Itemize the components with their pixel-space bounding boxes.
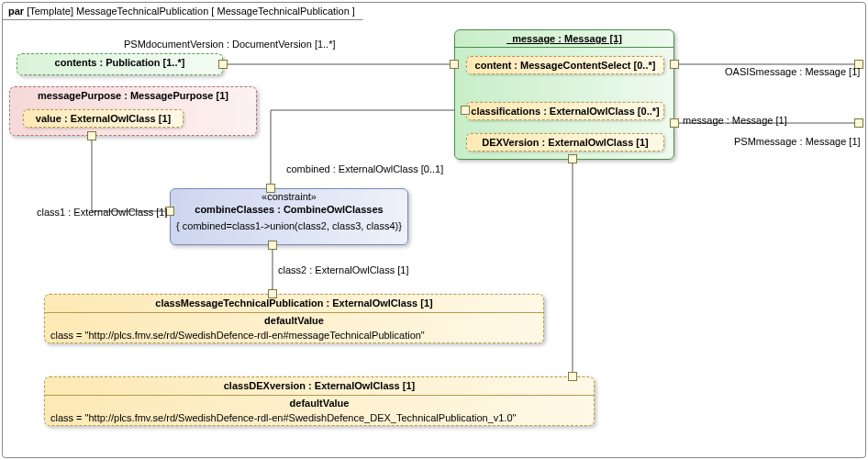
combine-title: combineClasses : CombineOwlClasses [171, 204, 407, 219]
message-classifications-port-left[interactable] [461, 106, 470, 115]
class-dex-dv: class = "http://plcs.fmv.se/rd/SwedishDe… [45, 410, 594, 425]
combine-body: { combined=class1->union(class2, class3,… [171, 219, 407, 233]
message-purpose-value-port[interactable] [87, 131, 96, 140]
contents-title: contents : Publication [1..*] [17, 54, 222, 72]
message-dex-port-bottom[interactable] [568, 154, 577, 163]
contents-block[interactable]: contents : Publication [1..*] [17, 53, 223, 75]
frame-keyword: par [8, 6, 24, 17]
message-purpose-value[interactable]: value : ExternalOwlClass [1] [23, 109, 184, 128]
combine-classes-block[interactable]: «constraint» combineClasses : CombineOwl… [170, 188, 408, 245]
message-classifications[interactable]: classifications : ExternalOwlClass [0..*… [466, 102, 664, 120]
class-dex-dv-label: defaultValue [45, 395, 594, 410]
combine-port-bottom[interactable] [268, 241, 277, 250]
frame-title: [Template] MessageTechnicalPublication [… [27, 6, 355, 17]
frame-title-tab: par [Template] MessageTechnicalPublicati… [2, 2, 363, 20]
message-purpose-block[interactable]: messagePurpose : MessagePurpose [1] valu… [9, 86, 257, 136]
label-oasis-message: OASISmessage : Message [1] [725, 66, 860, 77]
combine-port-top[interactable] [266, 184, 275, 193]
label-psm-message: PSMmessage : Message [1] [734, 136, 861, 147]
message-block[interactable]: _message : Message [1] content : Message… [454, 29, 674, 160]
diagram-canvas: par [Template] MessageTechnicalPublicati… [0, 0, 868, 460]
message-title: _message : Message [1] [455, 30, 673, 48]
class-mtp-port-top[interactable] [268, 289, 277, 298]
combine-stereotype: «constraint» [171, 189, 407, 204]
frame-port-message[interactable] [854, 118, 863, 128]
class-dex-block[interactable]: classDEXversion : ExternalOwlClass [1] d… [44, 376, 595, 426]
label-message: message : Message [1] [683, 115, 787, 126]
message-purpose-title: messagePurpose : MessagePurpose [1] [10, 87, 256, 105]
contents-port-right[interactable] [218, 60, 228, 69]
label-class2: class2 : ExternalOwlClass [1] [278, 264, 408, 275]
class-dex-title: classDEXversion : ExternalOwlClass [1] [45, 377, 594, 395]
label-class1: class1 : ExternalOwlClass [1] [37, 207, 167, 218]
class-mtp-title: classMessageTechnicalPublication : Exter… [45, 295, 543, 312]
message-dex[interactable]: DEXVersion : ExternalOwlClass [1] [466, 133, 664, 151]
class-mtp-block[interactable]: classMessageTechnicalPublication : Exter… [44, 294, 544, 343]
class-dex-port-top[interactable] [568, 372, 577, 381]
message-content-port-left[interactable] [450, 60, 459, 69]
class-mtp-dv: class = "http://plcs.fmv.se/rd/SwedishDe… [45, 328, 543, 342]
message-port-right-top[interactable] [670, 60, 679, 69]
label-combined: combined : ExternalOwlClass [0..1] [286, 163, 443, 174]
class-mtp-dv-label: defaultValue [45, 312, 543, 328]
message-content[interactable]: content : MessageContentSelect [0..*] [466, 56, 664, 74]
label-psm-doc-version: PSMdocumentVersion : DocumentVersion [1.… [124, 39, 336, 50]
message-port-right-mid[interactable] [670, 118, 679, 128]
